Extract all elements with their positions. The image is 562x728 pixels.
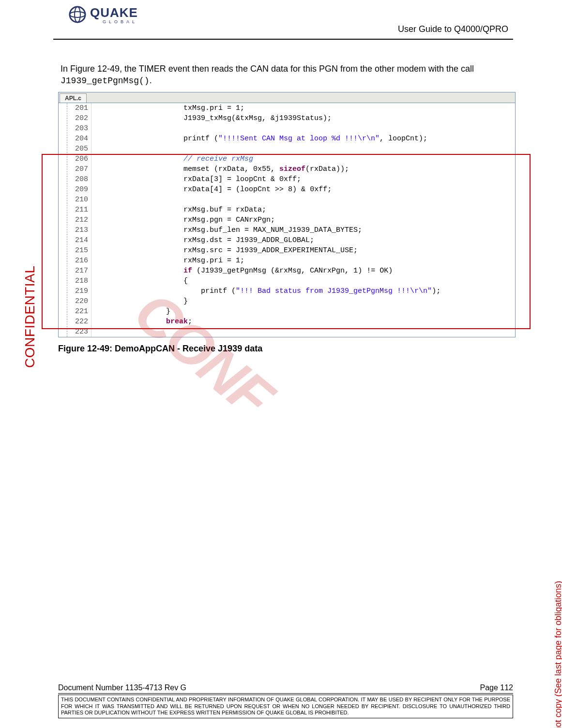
- svg-point-1: [70, 12, 85, 17]
- figure-caption: Figure 12-49: DemoAppCAN - Receive J1939…: [58, 344, 262, 354]
- line-number: 207: [69, 164, 88, 174]
- line-number: 213: [69, 225, 88, 235]
- header-rule: [53, 39, 513, 40]
- code-screenshot: APL.c 2012022032042052062072082092102112…: [58, 92, 516, 337]
- code-line: rxData[3] = loopCnt & 0xff;: [96, 174, 440, 184]
- editor-tab-bar: APL.c: [59, 92, 515, 103]
- line-number: 217: [69, 266, 88, 276]
- para-post: .: [150, 76, 152, 85]
- footer-meta-line: Document Number 1135-4713 Rev G Page 112: [58, 683, 513, 694]
- code-line: rxMsg.pri = 1;: [96, 256, 440, 266]
- line-number: 219: [69, 286, 88, 296]
- code-line: if (J1939_getPgnMsg (&rxMsg, CANrxPgn, 1…: [96, 266, 440, 276]
- line-number: 212: [69, 215, 88, 225]
- code-line: [96, 123, 440, 134]
- brand-text: QUAKE GLOBAL: [90, 5, 138, 24]
- line-number: 202: [69, 113, 88, 123]
- confidentiality-notice: THIS DOCUMENT CONTAINS CONFIDENTIAL AND …: [58, 695, 513, 718]
- svg-point-2: [75, 7, 80, 22]
- line-number: 211: [69, 205, 88, 215]
- code-line: break;: [96, 317, 440, 327]
- document-page: QUAKE GLOBAL User Guide to Q4000/QPRO In…: [0, 0, 562, 728]
- brand-main: QUAKE: [90, 5, 138, 20]
- line-number: 209: [69, 184, 88, 195]
- right-classification-mark: Information classified Confidential - Do…: [553, 581, 562, 728]
- code-line: [96, 144, 440, 154]
- code-line: J1939_txMsg(&txMsg, &j1939Status);: [96, 113, 440, 123]
- brand-sub: GLOBAL: [103, 19, 138, 24]
- line-number: 223: [69, 327, 88, 337]
- source-column: txMsg.pri = 1; J1939_txMsg(&txMsg, &j193…: [91, 103, 440, 337]
- code-line: rxMsg.buf = rxData;: [96, 205, 440, 215]
- line-number: 220: [69, 296, 88, 306]
- line-number: 204: [69, 134, 88, 144]
- page-number: Page 112: [480, 683, 513, 692]
- code-line: [96, 327, 440, 337]
- line-number: 214: [69, 235, 88, 245]
- gutter-margin: [59, 103, 67, 337]
- page-footer: Document Number 1135-4713 Rev G Page 112…: [58, 683, 513, 718]
- line-number: 221: [69, 306, 88, 317]
- code-line: {: [96, 276, 440, 286]
- line-number: 222: [69, 317, 88, 327]
- page-header: QUAKE GLOBAL User Guide to Q4000/QPRO: [53, 5, 513, 41]
- line-number: 201: [69, 103, 88, 113]
- code-line: rxMsg.buf_len = MAX_NUM_J1939_DATA_BYTES…: [96, 225, 440, 235]
- line-number: 215: [69, 245, 88, 256]
- code-line: // receive rxMsg: [96, 154, 440, 164]
- globe-icon: [68, 5, 87, 24]
- code-line: }: [96, 296, 440, 306]
- code-line: printf ("!!!!Sent CAN Msg at loop %d !!!…: [96, 134, 440, 144]
- svg-point-0: [70, 7, 85, 22]
- left-confidential-mark: CONFIDENTIAL: [22, 266, 38, 368]
- line-number: 218: [69, 276, 88, 286]
- code-line: rxMsg.dst = J1939_ADDR_GLOBAL;: [96, 235, 440, 245]
- code-line: }: [96, 306, 440, 317]
- line-number: 216: [69, 256, 88, 266]
- line-number-column: 2012022032042052062072082092102112122132…: [67, 103, 91, 337]
- code-line: rxData[4] = (loopCnt >> 8) & 0xff;: [96, 184, 440, 195]
- code-line: rxMsg.pgn = CANrxPgn;: [96, 215, 440, 225]
- code-line: txMsg.pri = 1;: [96, 103, 440, 113]
- line-number: 206: [69, 154, 88, 164]
- code-line: [96, 195, 440, 205]
- para-pre: In Figure 12-49, the TIMER event then re…: [61, 64, 474, 74]
- code-line: memset (rxData, 0x55, sizeof(rxData));: [96, 164, 440, 174]
- doc-title: User Guide to Q4000/QPRO: [398, 24, 508, 34]
- code-line: printf ("!!! Bad status from J1939_getPg…: [96, 286, 440, 296]
- line-number: 208: [69, 174, 88, 184]
- line-number: 203: [69, 123, 88, 134]
- editor-tab: APL.c: [60, 93, 87, 103]
- line-number: 210: [69, 195, 88, 205]
- intro-paragraph: In Figure 12-49, the TIMER event then re…: [61, 63, 511, 87]
- para-code: J1939_getPgnMsg(): [61, 76, 150, 86]
- line-number: 205: [69, 144, 88, 154]
- code-body: 2012022032042052062072082092102112122132…: [59, 103, 515, 337]
- code-line: rxMsg.src = J1939_ADDR_EXPERIMENTAL_USE;: [96, 245, 440, 256]
- doc-number: Document Number 1135-4713 Rev G: [58, 683, 186, 692]
- brand-logo: QUAKE GLOBAL: [68, 5, 138, 24]
